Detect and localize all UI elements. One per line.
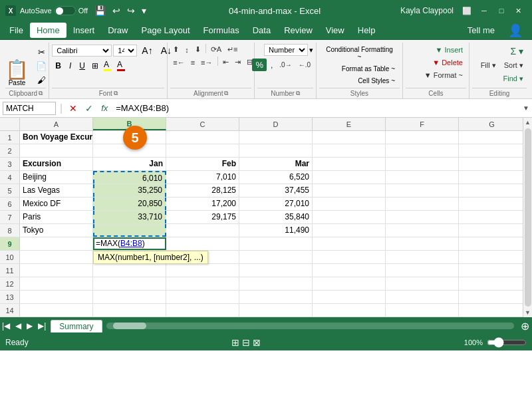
cell-c5[interactable]: 28,125 <box>166 184 239 197</box>
cell-a11[interactable] <box>20 264 93 277</box>
cell-g11[interactable] <box>459 264 523 277</box>
underline-btn[interactable]: U <box>76 60 88 72</box>
cell-b12[interactable] <box>93 277 166 290</box>
row-header-9[interactable]: 9 <box>0 237 20 250</box>
cell-c7[interactable]: 29,175 <box>166 211 239 223</box>
col-header-c[interactable]: C <box>166 118 239 130</box>
cell-d3[interactable]: Mar <box>239 158 313 170</box>
cell-f1[interactable] <box>386 131 459 144</box>
row-header-13[interactable]: 13 <box>0 291 20 303</box>
cell-e9[interactable] <box>313 237 386 250</box>
cell-f5[interactable] <box>386 184 459 197</box>
cell-c8[interactable] <box>166 224 239 237</box>
percent-btn[interactable]: % <box>252 59 267 71</box>
angle-text-btn[interactable]: ⟳A <box>208 44 224 55</box>
cell-b9-active[interactable]: =MAX(B4:B8) <box>93 237 166 250</box>
name-box[interactable] <box>3 102 56 115</box>
row-header-12[interactable]: 12 <box>0 277 20 290</box>
cell-c6[interactable]: 17,200 <box>166 198 239 210</box>
cell-a12[interactable] <box>20 277 93 290</box>
row-header-14[interactable]: 14 <box>0 304 20 317</box>
sheet-nav-first[interactable]: |◀ <box>0 321 12 331</box>
cell-a3[interactable]: Excursion <box>20 158 93 170</box>
menu-draw[interactable]: Draw <box>101 23 134 38</box>
menu-home[interactable]: Home <box>30 23 66 38</box>
cell-e3[interactable] <box>313 158 386 170</box>
cell-f8[interactable] <box>386 224 459 237</box>
redo-btn[interactable]: ↪ <box>124 4 138 17</box>
sheet-nav-next[interactable]: ▶ <box>25 321 35 331</box>
menu-insert[interactable]: Insert <box>66 23 102 38</box>
view-pagebreak-btn[interactable]: ⊠ <box>253 337 261 348</box>
comma-btn[interactable]: , <box>268 59 275 71</box>
row-header-11[interactable]: 11 <box>0 264 20 277</box>
cell-e1[interactable] <box>313 131 386 144</box>
view-normal-btn[interactable]: ⊞ <box>231 337 239 348</box>
cell-g14[interactable] <box>459 304 523 317</box>
cell-d1[interactable] <box>239 131 313 144</box>
cell-a9[interactable] <box>20 237 93 250</box>
vertical-scrollbar[interactable]: ▲ ▼ <box>523 118 532 317</box>
cell-e13[interactable] <box>313 291 386 303</box>
view-layout-btn[interactable]: ⊟ <box>242 337 250 348</box>
cell-b13[interactable] <box>93 291 166 303</box>
cell-f4[interactable] <box>386 171 459 184</box>
row-header-10[interactable]: 10 <box>0 251 20 263</box>
number-format-expand[interactable]: ▾ <box>309 46 313 55</box>
cell-a13[interactable] <box>20 291 93 303</box>
menu-page-layout[interactable]: Page Layout <box>135 23 197 38</box>
cell-c11[interactable] <box>166 264 239 277</box>
align-bottom-btn[interactable]: ⬇ <box>192 44 203 55</box>
cell-f12[interactable] <box>386 277 459 290</box>
menu-view[interactable]: View <box>319 23 351 38</box>
cell-f9[interactable] <box>386 237 459 250</box>
sort-filter-btn[interactable]: Sort ▾ <box>501 59 527 72</box>
decrease-decimal-btn[interactable]: ←.0 <box>296 60 313 70</box>
italic-btn[interactable]: I <box>66 60 74 72</box>
format-btn[interactable]: ▼ Format ~ <box>421 69 466 81</box>
maximize-btn[interactable]: □ <box>493 4 509 17</box>
close-btn[interactable]: ✕ <box>511 4 527 17</box>
align-center-btn[interactable]: ≡ <box>188 57 198 68</box>
fill-color-btn[interactable]: A <box>102 59 114 72</box>
h-scroll-thumb[interactable] <box>113 323 146 329</box>
cell-b3[interactable]: Jan <box>93 158 166 170</box>
cell-d8[interactable]: 11,490 <box>239 224 313 237</box>
cell-f14[interactable] <box>386 304 459 317</box>
cell-b7[interactable]: 33,710 <box>93 211 166 223</box>
cell-c14[interactable] <box>166 304 239 317</box>
cell-c12[interactable] <box>166 277 239 290</box>
cell-a2[interactable] <box>20 144 93 157</box>
decrease-indent-btn[interactable]: ⇤ <box>220 57 231 68</box>
cell-e14[interactable] <box>313 304 386 317</box>
cell-c3[interactable]: Feb <box>166 158 239 170</box>
cell-g1[interactable] <box>459 131 523 144</box>
cell-d2[interactable] <box>239 144 313 157</box>
cell-d13[interactable] <box>239 291 313 303</box>
formula-bar-expand[interactable]: ▼ <box>523 104 529 112</box>
cell-f6[interactable] <box>386 198 459 210</box>
cell-f11[interactable] <box>386 264 459 277</box>
corner-cell[interactable] <box>0 118 20 130</box>
cell-g7[interactable] <box>459 211 523 223</box>
cell-a4[interactable]: Beijing <box>20 171 93 184</box>
scroll-up-btn[interactable]: ▲ <box>525 118 531 127</box>
font-name-select[interactable]: Calibri <box>52 45 112 57</box>
formula-fx-btn[interactable]: fx <box>98 103 110 113</box>
cell-f7[interactable] <box>386 211 459 223</box>
cell-g9[interactable] <box>459 237 523 250</box>
sheet-tab-summary[interactable]: Summary <box>51 320 102 332</box>
align-middle-btn[interactable]: ↕ <box>182 44 192 55</box>
sheet-nav-last[interactable]: ▶| <box>36 321 48 331</box>
number-expand-icon[interactable]: ⧉ <box>296 90 300 97</box>
cell-d4[interactable]: 6,520 <box>239 171 313 184</box>
col-header-a[interactable]: A <box>20 118 93 130</box>
cell-g8[interactable] <box>459 224 523 237</box>
cell-b8[interactable] <box>93 224 166 237</box>
alignment-expand-icon[interactable]: ⧉ <box>224 90 228 97</box>
cell-d7[interactable]: 35,840 <box>239 211 313 223</box>
bold-btn[interactable]: B <box>52 60 65 72</box>
cell-g5[interactable] <box>459 184 523 197</box>
clipboard-expand-icon[interactable]: ⧉ <box>39 90 43 97</box>
cell-a10[interactable] <box>20 251 93 263</box>
